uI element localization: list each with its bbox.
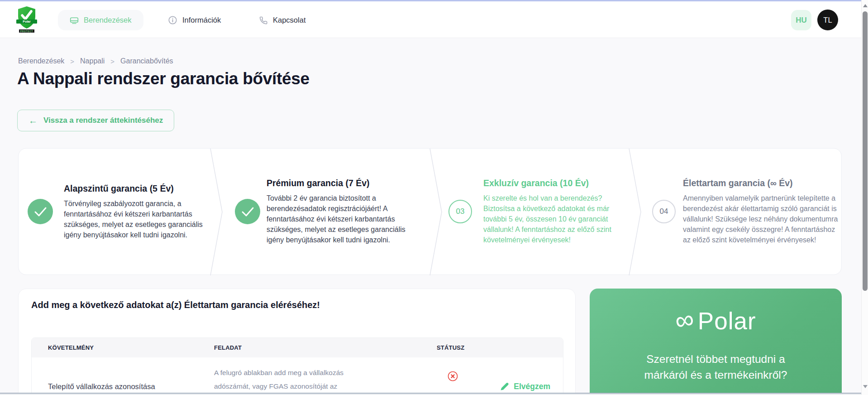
- requirement-name: Telepítő vállalkozás azonosítása: [32, 382, 214, 391]
- logo-banner-text: PROTECT: [20, 30, 33, 33]
- nav-label: Információk: [182, 16, 221, 24]
- nav-item-informaciok[interactable]: Információk: [168, 10, 221, 30]
- step1-title: Alapszintű garancia (5 Év): [64, 183, 206, 194]
- step1-card: Alapszintű garancia (5 Év) Törvényileg s…: [64, 183, 206, 240]
- scrollbar-thumb[interactable]: [863, 11, 868, 291]
- column-header-kovetelmeny: KÖVETELMÉNY: [32, 344, 214, 351]
- breadcrumb-separator: >: [70, 58, 74, 65]
- user-avatar[interactable]: TL: [817, 10, 838, 30]
- step-divider-chevron: [629, 149, 642, 275]
- step-divider-chevron: [429, 149, 443, 275]
- back-button-label: Vissza a rendszer áttekintéséhez: [43, 116, 163, 125]
- step4-number: 04: [660, 207, 668, 216]
- step4-number-badge: 04: [652, 200, 676, 223]
- table-row: Telepítő vállalkozás azonosítása A felug…: [32, 357, 563, 395]
- nav-label: Kapcsolat: [273, 16, 305, 24]
- breadcrumb-berendezesek[interactable]: Berendezések: [18, 57, 64, 65]
- breadcrumb-separator: >: [110, 58, 114, 65]
- infinity-icon: ∞: [673, 305, 696, 334]
- step2-card: Prémium garancia (7 Év) További 2 év gar…: [267, 178, 416, 245]
- step4-title: Élettartam garancia (∞ Év): [683, 178, 840, 188]
- x-circle-icon: [448, 371, 458, 381]
- nav-item-berendezesek[interactable]: Berendezések: [58, 10, 143, 30]
- requirement-task: A felugró ablakban add meg a vállalkozás…: [214, 366, 367, 395]
- requirements-card: Add meg a következő adatokat a(z) Életta…: [18, 289, 576, 395]
- scrollbar-down-arrow-icon[interactable]: [863, 385, 868, 388]
- step2-title: Prémium garancia (7 Év): [267, 178, 416, 188]
- check-icon: [235, 199, 260, 224]
- column-header-feladat: FELADAT: [214, 344, 437, 351]
- step2-description: További 2 év garancia biztosított a bere…: [267, 193, 416, 245]
- arrow-left-icon: ←: [29, 116, 38, 126]
- step3-description: Ki szerelte és hol van a berendezés? Biz…: [483, 193, 625, 245]
- top-navbar: Polar PROTECT Berendezések Információk: [0, 1, 861, 38]
- breadcrumb-current: Garanciabővítés: [120, 57, 173, 65]
- column-header-statusz: STÁTUSZ: [437, 344, 500, 351]
- scrollbar-up-arrow-icon[interactable]: [863, 4, 868, 7]
- info-icon: [168, 15, 177, 25]
- brand-name: Polar: [698, 309, 756, 333]
- step3-title: Exkluzív garancia (10 Év): [483, 178, 625, 188]
- table-header-row: KÖVETELMÉNY FELADAT STÁTUSZ: [32, 338, 563, 357]
- nav-item-kapcsolat[interactable]: Kapcsolat: [258, 10, 305, 30]
- breadcrumb: Berendezések > Nappali > Garanciabővítés: [18, 57, 173, 65]
- status-cell: [437, 371, 500, 383]
- step3-number: 03: [456, 207, 465, 216]
- complete-task-button[interactable]: Elvégzem: [500, 382, 563, 391]
- brand-promo-card[interactable]: ∞ Polar Szeretnél többet megtudni a márk…: [590, 289, 842, 395]
- step-divider-chevron: [210, 149, 224, 275]
- language-switcher[interactable]: HU: [791, 10, 811, 30]
- step4-card: Élettartam garancia (∞ Év) Amennyiben va…: [683, 178, 840, 245]
- logo-brand-text: Polar: [23, 20, 31, 23]
- back-button[interactable]: ← Vissza a rendszer áttekintéséhez: [17, 110, 174, 131]
- language-label: HU: [796, 16, 807, 25]
- requirements-heading: Add meg a következő adatokat a(z) Életta…: [31, 300, 320, 310]
- step4-description: Amennyiben valamelyik partnerünk telepít…: [683, 193, 840, 245]
- promo-message: Szeretnél többet megtudni a márkáról és …: [633, 351, 798, 383]
- page-title: A Nappali rendszer garancia bővítése: [17, 69, 310, 88]
- vertical-scrollbar[interactable]: [861, 0, 868, 395]
- complete-task-label: Elvégzem: [514, 382, 550, 391]
- warranty-stepper: Alapszintű garancia (5 Év) Törvényileg s…: [18, 148, 842, 275]
- appliance-icon: [70, 16, 79, 25]
- phone-icon: [258, 15, 268, 25]
- step2-completed-check: [235, 199, 260, 224]
- viewport-cut-element: [0, 393, 861, 395]
- pencil-icon: [500, 382, 509, 391]
- check-icon: [28, 199, 53, 224]
- avatar-initials: TL: [823, 16, 832, 24]
- step1-description: Törvényileg szabályozott garancia, a fen…: [64, 198, 206, 240]
- step1-completed-check: [28, 199, 53, 224]
- step3-number-badge: 03: [448, 200, 472, 223]
- app-window: Polar PROTECT Berendezések Információk: [0, 0, 868, 395]
- breadcrumb-nappali[interactable]: Nappali: [80, 57, 105, 65]
- step3-card: Exkluzív garancia (10 Év) Ki szerelte és…: [483, 178, 625, 245]
- polar-protect-logo[interactable]: Polar PROTECT: [16, 5, 37, 34]
- polar-wordmark-logo: ∞ Polar: [590, 308, 842, 334]
- nav-label: Berendezések: [84, 16, 132, 24]
- requirements-table: KÖVETELMÉNY FELADAT STÁTUSZ Telepítő vál…: [31, 337, 563, 395]
- shield-logo-icon: Polar PROTECT: [16, 5, 37, 34]
